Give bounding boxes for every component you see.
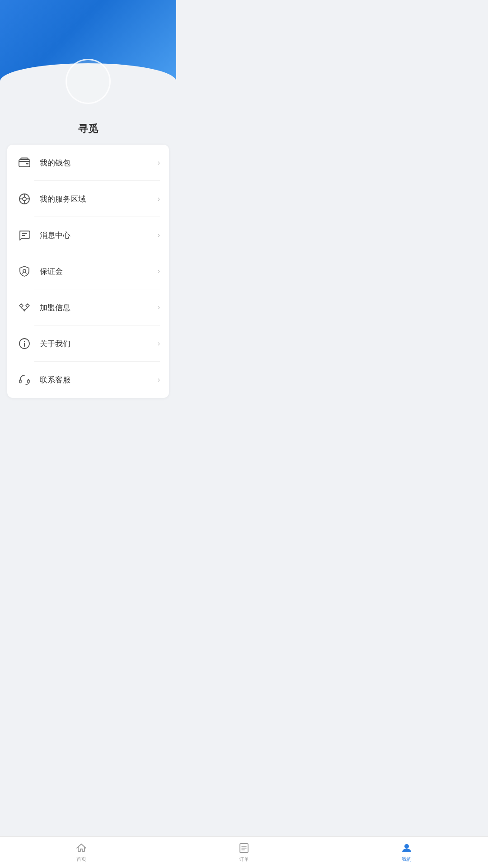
- avatar: [66, 59, 111, 104]
- svg-point-8: [23, 269, 26, 272]
- menu-item-affiliate[interactable]: 加盟信息 ›: [7, 289, 169, 326]
- avatar-container: [66, 59, 111, 104]
- wallet-label: 我的钱包: [40, 158, 158, 168]
- menu-item-customer-service[interactable]: 联系客服 ›: [7, 362, 169, 398]
- about-label: 关于我们: [40, 339, 158, 349]
- menu-card: 我的钱包 › 我的服务区域 › 消息中心 ›: [7, 145, 169, 398]
- menu-item-wallet[interactable]: 我的钱包 ›: [7, 145, 169, 181]
- header-background: [0, 0, 176, 81]
- svg-point-14: [26, 384, 27, 385]
- message-arrow: ›: [158, 231, 160, 239]
- menu-item-service-area[interactable]: 我的服务区域 ›: [7, 181, 169, 217]
- svg-point-3: [23, 197, 26, 201]
- affiliate-arrow: ›: [158, 303, 160, 311]
- menu-item-deposit[interactable]: 保证金 ›: [7, 253, 169, 289]
- shield-icon: [16, 263, 33, 279]
- headset-icon: [16, 372, 33, 388]
- message-icon: [16, 227, 33, 243]
- menu-item-about[interactable]: 关于我们 ›: [7, 326, 169, 362]
- deposit-arrow: ›: [158, 267, 160, 275]
- menu-item-message[interactable]: 消息中心 ›: [7, 217, 169, 253]
- service-area-arrow: ›: [158, 195, 160, 203]
- about-arrow: ›: [158, 340, 160, 348]
- service-area-label: 我的服务区域: [40, 194, 158, 204]
- deposit-label: 保证金: [40, 266, 158, 277]
- location-icon: [16, 191, 33, 207]
- wallet-icon: [16, 155, 33, 171]
- info-icon: [16, 335, 33, 352]
- affiliate-label: 加盟信息: [40, 302, 158, 313]
- message-label: 消息中心: [40, 230, 158, 241]
- customer-service-arrow: ›: [158, 376, 160, 384]
- page-title: 寻觅: [0, 122, 176, 136]
- customer-service-label: 联系客服: [40, 375, 158, 385]
- wallet-arrow: ›: [158, 159, 160, 167]
- svg-rect-1: [26, 163, 28, 165]
- handshake-icon: [16, 299, 33, 316]
- svg-point-11: [24, 341, 25, 342]
